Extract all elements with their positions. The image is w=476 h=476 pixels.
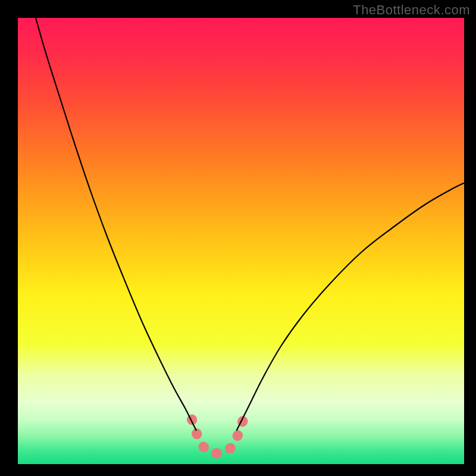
chart-container: TheBottleneck.com [0,0,476,476]
watermark-text: TheBottleneck.com [353,2,470,18]
chart-svg [0,0,476,476]
gradient-background [18,18,464,464]
